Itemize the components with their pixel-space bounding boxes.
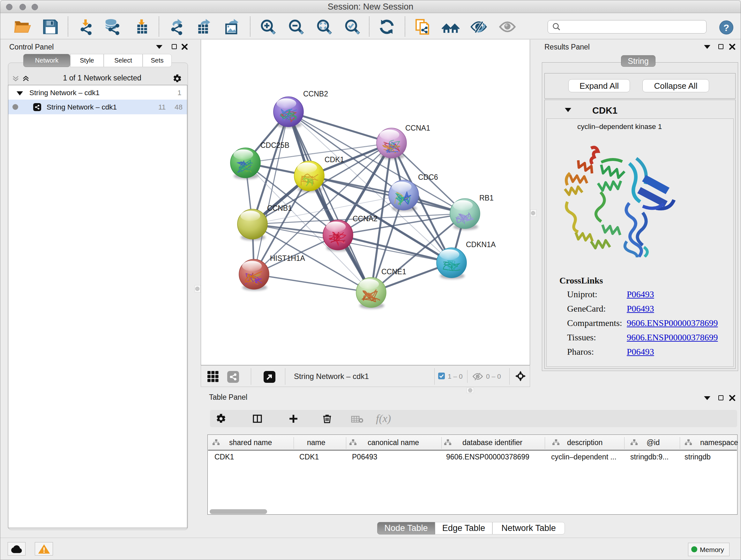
svg-text:CCNA2: CCNA2 bbox=[353, 214, 378, 223]
svg-text:CDKN1A: CDKN1A bbox=[466, 240, 496, 249]
svg-text:CDC6: CDC6 bbox=[418, 173, 438, 181]
svg-text:CCNE1: CCNE1 bbox=[381, 267, 406, 276]
svg-text:CDK1: CDK1 bbox=[325, 155, 344, 164]
svg-text:HIST1H1A: HIST1H1A bbox=[270, 254, 306, 262]
svg-text:CCNA1: CCNA1 bbox=[405, 124, 430, 132]
svg-text:RB1: RB1 bbox=[479, 194, 494, 202]
svg-text:CCNB2: CCNB2 bbox=[303, 90, 328, 98]
svg-text:CCNB1: CCNB1 bbox=[267, 204, 292, 212]
svg-text:CDC25B: CDC25B bbox=[260, 141, 289, 149]
